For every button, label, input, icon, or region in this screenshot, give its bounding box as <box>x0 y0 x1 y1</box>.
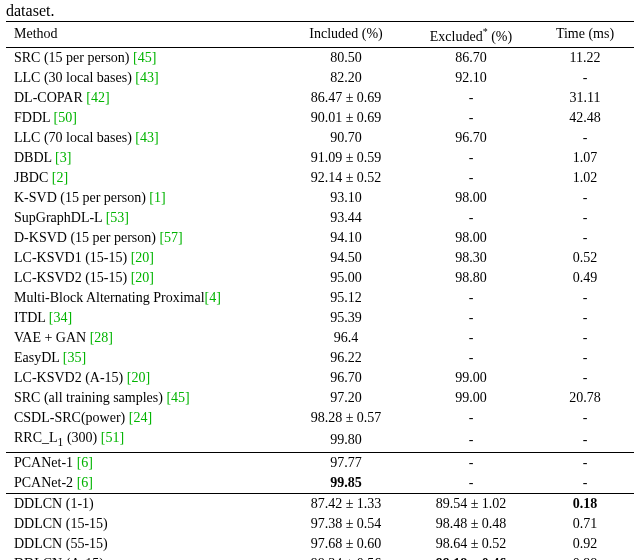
citation-ref: [20] <box>127 370 150 385</box>
cell-method: DDLCN (15-15) <box>6 514 286 534</box>
table-row: LC-KSVD1 (15-15) [20]94.5098.300.52 <box>6 248 634 268</box>
cell-included: 93.10 <box>286 188 406 208</box>
cell-included: 92.14 ± 0.52 <box>286 168 406 188</box>
citation-ref: [51] <box>101 430 124 445</box>
cell-included: 94.50 <box>286 248 406 268</box>
cell-method: EasyDL [35] <box>6 348 286 368</box>
cell-included: 96.70 <box>286 368 406 388</box>
cell-excluded: - <box>406 428 536 453</box>
cell-time: 0.98 <box>536 554 634 560</box>
cell-excluded: - <box>406 88 536 108</box>
cell-method: LC-KSVD2 (15-15) [20] <box>6 268 286 288</box>
citation-ref: [6] <box>77 475 93 490</box>
cell-method: JBDC [2] <box>6 168 286 188</box>
cell-time: 31.11 <box>536 88 634 108</box>
cell-excluded: - <box>406 308 536 328</box>
cell-method: D-KSVD (15 per person) [57] <box>6 228 286 248</box>
cell-included: 90.01 ± 0.69 <box>286 108 406 128</box>
cell-method: LC-KSVD1 (15-15) [20] <box>6 248 286 268</box>
cell-included: 97.68 ± 0.60 <box>286 534 406 554</box>
col-method: Method <box>6 22 286 48</box>
cell-time: 0.52 <box>536 248 634 268</box>
cell-time: - <box>536 308 634 328</box>
cell-method: RRC_L1 (300) [51] <box>6 428 286 453</box>
cell-time: - <box>536 128 634 148</box>
citation-ref: [45] <box>133 50 156 65</box>
citation-ref: [4] <box>205 290 221 305</box>
cell-method: LLC (70 local bases) [43] <box>6 128 286 148</box>
citation-ref: [34] <box>49 310 72 325</box>
citation-ref: [53] <box>106 210 129 225</box>
citation-ref: [2] <box>52 170 68 185</box>
cell-excluded: 98.30 <box>406 248 536 268</box>
cell-included: 97.77 <box>286 453 406 474</box>
cell-excluded: - <box>406 328 536 348</box>
cell-method: DDLCN (A-15) <box>6 554 286 560</box>
cell-time: 1.07 <box>536 148 634 168</box>
citation-ref: [1] <box>149 190 165 205</box>
cell-method: SupGraphDL-L [53] <box>6 208 286 228</box>
table-row: JBDC [2]92.14 ± 0.52-1.02 <box>6 168 634 188</box>
table-row: SRC (15 per person) [45]80.5086.7011.22 <box>6 47 634 68</box>
citation-ref: [3] <box>55 150 71 165</box>
cell-included: 95.39 <box>286 308 406 328</box>
table-row: LC-KSVD2 (A-15) [20]96.7099.00- <box>6 368 634 388</box>
citation-ref: [43] <box>135 70 158 85</box>
table-row: DDLCN (A-15)98.34 ± 0.5699.18 ± 0.460.98 <box>6 554 634 560</box>
cell-excluded: 86.70 <box>406 47 536 68</box>
cell-method: PCANet-1 [6] <box>6 453 286 474</box>
cell-method: DBDL [3] <box>6 148 286 168</box>
cell-excluded: 98.00 <box>406 188 536 208</box>
cell-time: 20.78 <box>536 388 634 408</box>
table-row: DDLCN (55-15)97.68 ± 0.6098.64 ± 0.520.9… <box>6 534 634 554</box>
cell-method: DDLCN (1-1) <box>6 494 286 515</box>
table-row: K-SVD (15 per person) [1]93.1098.00- <box>6 188 634 208</box>
table-row: DBDL [3]91.09 ± 0.59-1.07 <box>6 148 634 168</box>
cell-excluded: - <box>406 348 536 368</box>
cell-excluded: - <box>406 453 536 474</box>
cell-excluded: - <box>406 168 536 188</box>
cell-excluded: - <box>406 108 536 128</box>
cell-included: 96.22 <box>286 348 406 368</box>
citation-ref: [20] <box>131 250 154 265</box>
cell-excluded: 98.80 <box>406 268 536 288</box>
cell-time: - <box>536 188 634 208</box>
cell-excluded: 99.18 ± 0.46 <box>406 554 536 560</box>
cell-included: 94.10 <box>286 228 406 248</box>
cell-excluded: - <box>406 473 536 494</box>
cell-included: 97.20 <box>286 388 406 408</box>
cell-included: 93.44 <box>286 208 406 228</box>
col-included: Included (%) <box>286 22 406 48</box>
cell-method: LLC (30 local bases) [43] <box>6 68 286 88</box>
table-row: Multi-Block Alternating Proximal[4]95.12… <box>6 288 634 308</box>
cell-excluded: 98.00 <box>406 228 536 248</box>
cell-included: 96.4 <box>286 328 406 348</box>
table-header-row: Method Included (%) Excluded* (%) Time (… <box>6 22 634 48</box>
cell-included: 98.34 ± 0.56 <box>286 554 406 560</box>
cell-included: 95.12 <box>286 288 406 308</box>
table-row: LLC (70 local bases) [43]90.7096.70- <box>6 128 634 148</box>
cell-time: 0.71 <box>536 514 634 534</box>
cell-time: 1.02 <box>536 168 634 188</box>
cell-time: - <box>536 68 634 88</box>
cell-excluded: 99.00 <box>406 388 536 408</box>
cell-method: FDDL [50] <box>6 108 286 128</box>
cell-included: 87.42 ± 1.33 <box>286 494 406 515</box>
cell-time: 0.49 <box>536 268 634 288</box>
table-row: PCANet-1 [6]97.77-- <box>6 453 634 474</box>
citation-ref: [20] <box>131 270 154 285</box>
table-row: PCANet-2 [6]99.85-- <box>6 473 634 494</box>
table-row: SupGraphDL-L [53]93.44-- <box>6 208 634 228</box>
cell-method: DDLCN (55-15) <box>6 534 286 554</box>
cell-time: - <box>536 473 634 494</box>
cell-excluded: - <box>406 148 536 168</box>
cell-included: 91.09 ± 0.59 <box>286 148 406 168</box>
cell-excluded: 98.64 ± 0.52 <box>406 534 536 554</box>
cell-time: 0.92 <box>536 534 634 554</box>
cell-time: - <box>536 208 634 228</box>
cell-included: 98.28 ± 0.57 <box>286 408 406 428</box>
table-row: CSDL-SRC(power) [24]98.28 ± 0.57-- <box>6 408 634 428</box>
cell-time: - <box>536 428 634 453</box>
cell-excluded: 98.48 ± 0.48 <box>406 514 536 534</box>
cell-included: 99.85 <box>286 473 406 494</box>
